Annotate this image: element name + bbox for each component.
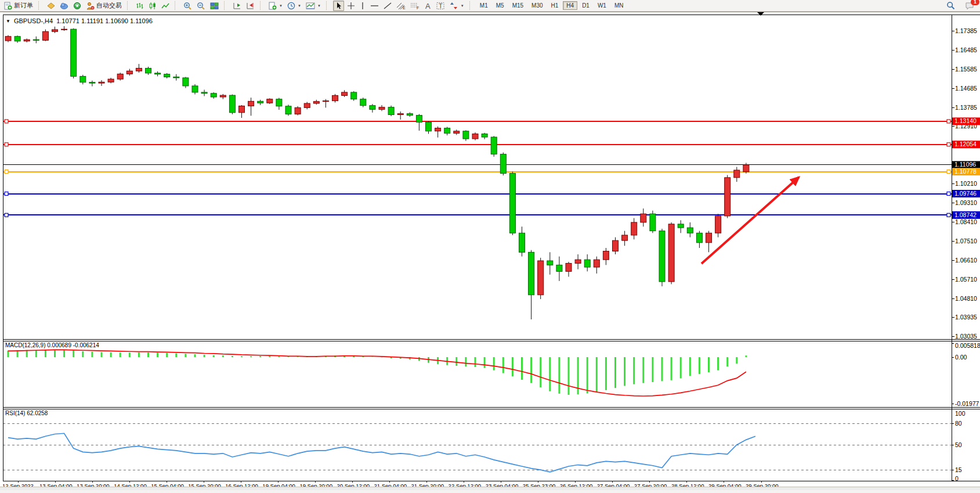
tile-windows-icon xyxy=(210,2,219,10)
chart-shift-button[interactable] xyxy=(231,1,243,11)
timeframe-m30-button[interactable]: M30 xyxy=(528,1,546,10)
timeframe-m15-button[interactable]: M15 xyxy=(509,1,527,10)
text-button[interactable]: A xyxy=(422,1,433,11)
trendline-button[interactable] xyxy=(382,1,393,11)
hline-handle[interactable] xyxy=(947,120,950,123)
new-order-button[interactable]: 新订单 xyxy=(2,1,35,11)
toolbar-group-chart-type xyxy=(132,0,173,11)
candlestick xyxy=(24,39,30,41)
timeframe-m1-button[interactable]: M1 xyxy=(476,1,491,10)
crosshair-icon xyxy=(347,2,355,10)
horizontal-line-button[interactable] xyxy=(368,1,381,11)
candlestick xyxy=(519,233,525,252)
new-order-label: 新订单 xyxy=(14,1,33,10)
timeframe-w1-button[interactable]: W1 xyxy=(594,1,610,10)
arrows-button[interactable]: ▼ xyxy=(448,1,466,11)
hline-handle[interactable] xyxy=(5,192,8,196)
vertical-line-button[interactable] xyxy=(358,1,367,11)
hline-handle[interactable] xyxy=(947,192,950,196)
candlestick xyxy=(491,137,497,154)
candlestick xyxy=(126,71,132,74)
new-template-button[interactable]: ▼ xyxy=(267,1,284,11)
svg-text:T: T xyxy=(439,2,443,9)
candlestick xyxy=(89,82,95,83)
candlestick xyxy=(155,73,161,74)
candlestick xyxy=(80,76,86,82)
timeframe-m5-button[interactable]: M5 xyxy=(493,1,508,10)
timeframe-h1-button[interactable]: H1 xyxy=(548,1,562,10)
candlestick xyxy=(575,260,581,263)
chevron-down-icon[interactable]: ▼ xyxy=(6,19,10,24)
hline-handle[interactable] xyxy=(947,143,950,146)
candlestick xyxy=(351,92,357,99)
zoom-out-button[interactable] xyxy=(195,1,207,11)
chart-canvas[interactable]: 1.173851.164851.155851.146851.137851.129… xyxy=(0,12,980,490)
price-axis-label: 1.07510 xyxy=(955,237,977,244)
svg-text:-0.01977: -0.01977 xyxy=(955,400,979,407)
chart-autoscroll-icon xyxy=(246,2,255,10)
toolbar-right: 1 xyxy=(944,1,980,11)
bar-chart-button[interactable] xyxy=(134,1,146,11)
chat-button[interactable]: 1 xyxy=(963,1,976,11)
price-axis-label: 1.04810 xyxy=(955,295,977,302)
line-chart-button[interactable] xyxy=(160,1,171,11)
candlestick xyxy=(183,78,189,86)
candlestick xyxy=(42,31,48,40)
hline-handle[interactable] xyxy=(5,170,8,174)
chart-title: ▼ GBPUSD-,H4 1.10771 1.11191 1.10690 1.1… xyxy=(6,17,153,24)
toolbar: 新订单 xyxy=(0,0,980,12)
chart-window: ▼ GBPUSD-,H4 1.10771 1.11191 1.10690 1.1… xyxy=(0,12,980,490)
tile-windows-button[interactable] xyxy=(208,1,220,11)
autotrading-button[interactable]: 自动交易 xyxy=(84,1,124,11)
price-axis-label: 1.05710 xyxy=(955,276,977,283)
hline-handle[interactable] xyxy=(947,170,950,174)
indicators-button[interactable] xyxy=(45,1,57,11)
timeframe-h4-button[interactable]: H4 xyxy=(563,1,577,10)
new-order-icon xyxy=(4,2,12,10)
timeframe-d1-button[interactable]: D1 xyxy=(578,1,593,10)
candlestick xyxy=(164,74,170,77)
templates-button[interactable]: ▼ xyxy=(304,1,323,11)
horizontal-line-icon xyxy=(370,2,379,10)
zoom-in-button[interactable] xyxy=(182,1,194,11)
periods-icon xyxy=(287,2,295,10)
chart-symbol-period: GBPUSD-,H4 xyxy=(14,17,53,24)
candlestick-chart-button[interactable] xyxy=(147,1,158,11)
candlestick xyxy=(323,101,328,102)
periods-button[interactable]: ▼ xyxy=(285,1,303,11)
candlestick xyxy=(538,261,544,295)
chart-autoscroll-button[interactable] xyxy=(244,1,256,11)
signals-button[interactable] xyxy=(71,1,83,11)
channel-button[interactable]: E xyxy=(395,1,407,11)
candlestick xyxy=(668,224,674,282)
hline-handle[interactable] xyxy=(5,120,8,123)
candlestick xyxy=(117,74,123,79)
candlestick xyxy=(239,106,245,112)
crosshair-button[interactable] xyxy=(345,1,357,11)
candlestick xyxy=(743,165,749,172)
fibonacci-button[interactable]: F xyxy=(408,1,421,11)
text-label-button[interactable]: T xyxy=(435,1,447,11)
timeframe-mn-button[interactable]: MN xyxy=(611,1,627,10)
templates-icon xyxy=(306,2,315,10)
hline-handle[interactable] xyxy=(5,143,8,146)
history-center-button[interactable] xyxy=(58,1,70,11)
candlestick-chart-icon xyxy=(149,2,157,10)
candlestick xyxy=(482,134,487,138)
candlestick xyxy=(99,82,104,83)
candlestick xyxy=(444,128,450,134)
cursor-icon xyxy=(335,2,342,10)
candlestick xyxy=(136,68,142,71)
candlestick xyxy=(547,261,553,265)
candlestick xyxy=(342,92,348,96)
search-button[interactable] xyxy=(945,1,957,11)
candlestick xyxy=(5,37,11,41)
hline-handle[interactable] xyxy=(947,213,950,217)
text-icon: A xyxy=(424,2,432,10)
candlestick xyxy=(566,263,572,271)
candlestick xyxy=(388,107,394,115)
toolbar-separator xyxy=(38,1,42,10)
cursor-button[interactable] xyxy=(333,1,344,11)
candlestick xyxy=(584,260,590,267)
hline-handle[interactable] xyxy=(5,213,8,217)
